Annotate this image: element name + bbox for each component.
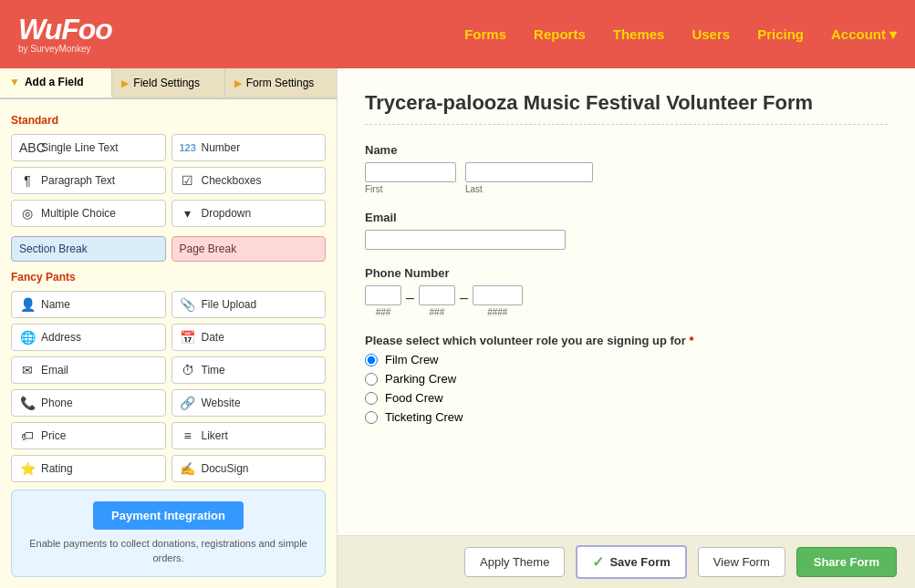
tab-field-settings[interactable]: ▶ Field Settings	[112, 68, 224, 98]
radio-ticketing-crew[interactable]	[365, 411, 378, 424]
fancy-section-label: Fancy Pants	[11, 271, 326, 284]
nav-themes[interactable]: Themes	[613, 26, 665, 42]
volunteer-radio-group: Film Crew Parking Crew Food Crew Ticketi…	[365, 353, 888, 424]
name-label: Name	[365, 143, 888, 157]
radio-option-food-crew: Food Crew	[365, 391, 888, 405]
payment-integration-button[interactable]: Payment Integration	[93, 501, 244, 530]
phone-number-field: ####	[473, 285, 523, 317]
time-icon: ⏱	[180, 363, 196, 377]
phone-exchange-input[interactable]	[419, 285, 455, 305]
payment-description: Enable payments to collect donations, re…	[23, 537, 314, 565]
nav-reports[interactable]: Reports	[534, 26, 586, 42]
field-name[interactable]: 👤 Name	[11, 291, 166, 318]
field-docusign[interactable]: ✍ DocuSign	[172, 455, 327, 482]
field-checkboxes[interactable]: ☑ Checkboxes	[172, 167, 327, 194]
phone-exchange-label: ###	[430, 307, 445, 317]
tab-arrow-icon-3: ▶	[234, 77, 242, 89]
phone-exchange-field: ###	[419, 285, 455, 317]
phone-area-input[interactable]	[365, 285, 401, 305]
tab-form-settings[interactable]: ▶ Form Settings	[225, 68, 337, 98]
save-form-button[interactable]: ✓ Save Form	[576, 545, 686, 579]
field-panel: Standard ABC Single Line Text 123 Number…	[0, 99, 337, 482]
field-page-break[interactable]: Page Break	[172, 236, 327, 262]
dropdown-icon: ▾	[180, 206, 196, 221]
radio-option-ticketing-crew: Ticketing Crew	[365, 410, 888, 424]
logo-wufoo-text: WuFoo	[18, 15, 112, 44]
field-email[interactable]: ✉ Email	[11, 356, 166, 384]
nav-users[interactable]: Users	[691, 26, 730, 42]
nav-pricing[interactable]: Pricing	[757, 26, 804, 42]
radio-parking-crew[interactable]	[365, 373, 378, 386]
volunteer-label: Please select which volunteer role you a…	[365, 334, 888, 347]
name-icon: 👤	[19, 297, 36, 312]
name-last-label: Last	[465, 184, 593, 194]
field-number[interactable]: 123 Number	[172, 134, 327, 161]
name-first-input[interactable]	[365, 162, 456, 182]
checkmark-icon: ✓	[592, 553, 604, 571]
share-form-button[interactable]: Share Form	[796, 547, 897, 577]
paragraph-icon: ¶	[19, 173, 36, 188]
abc-icon: ABC	[19, 140, 36, 155]
email-input[interactable]	[365, 230, 566, 250]
apply-theme-button[interactable]: Apply Theme	[464, 547, 565, 577]
name-last-input[interactable]	[465, 162, 593, 182]
name-last-field: Last	[465, 162, 593, 194]
field-rating[interactable]: ⭐ Rating	[11, 455, 166, 482]
radio-option-parking-crew: Parking Crew	[365, 372, 888, 386]
field-time[interactable]: ⏱ Time	[172, 356, 327, 384]
nav-forms[interactable]: Forms	[464, 26, 506, 42]
form-field-name: Name First Last	[365, 143, 888, 194]
email-icon: ✉	[19, 363, 36, 377]
radio-option-film-crew: Film Crew	[365, 353, 888, 366]
nav-account[interactable]: Account ▾	[831, 26, 897, 43]
phone-area-field: ###	[365, 285, 401, 317]
price-icon: 🏷	[19, 428, 36, 443]
website-icon: 🔗	[180, 396, 196, 410]
field-phone[interactable]: 📞 Phone	[11, 389, 166, 417]
checkboxes-icon: ☑	[180, 173, 196, 188]
phone-number-input[interactable]	[473, 285, 523, 305]
radio-icon: ◎	[19, 206, 36, 221]
standard-fields-grid: ABC Single Line Text 123 Number ¶ Paragr…	[11, 134, 326, 227]
field-date[interactable]: 📅 Date	[172, 324, 327, 351]
sidebar-tabs: ▼ Add a Field ▶ Field Settings ▶ Form Se…	[0, 68, 337, 99]
sidebar: ▼ Add a Field ▶ Field Settings ▶ Form Se…	[0, 68, 338, 588]
form-title: Trycera-palooza Music Festival Volunteer…	[365, 91, 888, 125]
phone-fields-container: ### – ### – ####	[365, 285, 888, 317]
chevron-down-icon: ▾	[889, 26, 897, 43]
form-field-email: Email	[365, 211, 888, 250]
form-content: Trycera-palooza Music Festival Volunteer…	[338, 68, 915, 535]
field-section-break[interactable]: Section Break	[11, 236, 166, 262]
view-form-button[interactable]: View Form	[698, 547, 785, 577]
field-likert[interactable]: ≡ Likert	[172, 422, 327, 449]
field-address[interactable]: 🌐 Address	[11, 324, 166, 351]
radio-film-crew[interactable]	[365, 354, 378, 366]
field-paragraph-text[interactable]: ¶ Paragraph Text	[11, 167, 166, 194]
address-icon: 🌐	[19, 330, 36, 345]
date-icon: 📅	[180, 330, 196, 345]
form-area: Trycera-palooza Music Festival Volunteer…	[338, 68, 915, 588]
field-dropdown[interactable]: ▾ Dropdown	[172, 200, 327, 227]
likert-icon: ≡	[180, 428, 196, 443]
docusign-icon: ✍	[180, 461, 196, 476]
form-field-volunteer: Please select which volunteer role you a…	[365, 334, 888, 424]
required-indicator: *	[689, 334, 693, 347]
tab-add-field[interactable]: ▼ Add a Field	[0, 68, 112, 98]
phone-label: Phone Number	[365, 266, 888, 280]
logo-sub-text: by SurveyMonkey	[18, 44, 112, 54]
field-multiple-choice[interactable]: ◎ Multiple Choice	[11, 200, 166, 227]
field-file-upload[interactable]: 📎 File Upload	[172, 291, 327, 318]
break-fields-grid: Section Break Page Break	[11, 236, 326, 262]
name-first-field: First	[365, 162, 456, 194]
field-price[interactable]: 🏷 Price	[11, 422, 166, 449]
phone-icon: 📞	[19, 396, 36, 410]
radio-food-crew[interactable]	[365, 392, 378, 405]
rating-icon: ⭐	[19, 461, 36, 476]
main-nav: Forms Reports Themes Users Pricing Accou…	[464, 26, 897, 43]
phone-dash-1: –	[406, 290, 414, 306]
field-website[interactable]: 🔗 Website	[172, 389, 327, 417]
form-field-phone: Phone Number ### – ### – ####	[365, 266, 888, 317]
number-icon: 123	[180, 142, 196, 153]
fancy-fields-grid: 👤 Name 📎 File Upload 🌐 Address 📅 Date ✉	[11, 291, 326, 482]
field-single-line-text[interactable]: ABC Single Line Text	[11, 134, 166, 161]
